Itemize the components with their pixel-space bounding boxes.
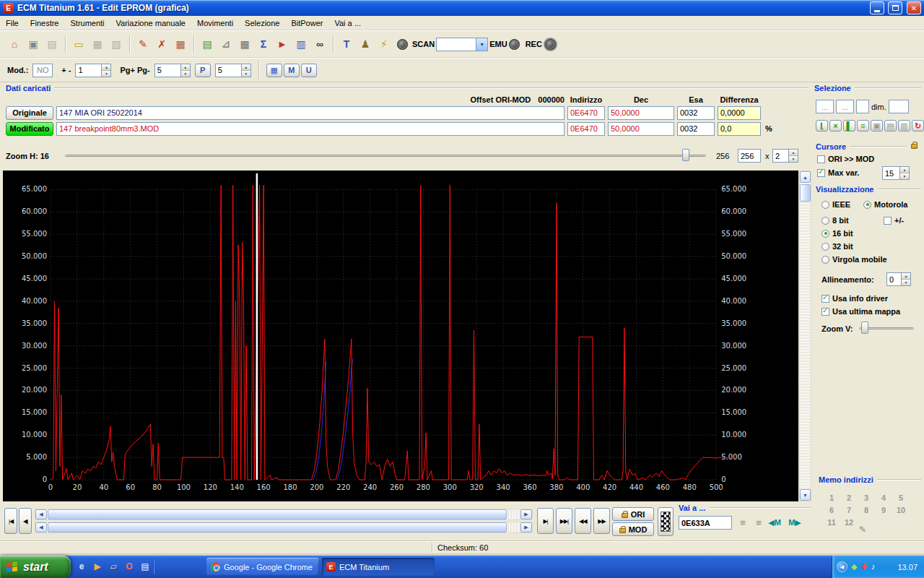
ori-indirizzo-field[interactable]: 0E6470 xyxy=(567,106,605,120)
calculator-icon[interactable]: ▦ xyxy=(236,35,253,53)
matrix-button[interactable]: ▦ xyxy=(266,64,282,77)
refresh-selection-icon[interactable]: ↻ xyxy=(912,120,924,131)
radio-virgola-mobile[interactable]: Virgola mobile xyxy=(821,255,887,264)
p-button[interactable]: P xyxy=(195,64,211,77)
goto-address-field[interactable]: 0E633A xyxy=(679,516,732,530)
paste-icon[interactable]: ▤ xyxy=(43,35,61,53)
ori-button[interactable]: ORI xyxy=(612,507,654,521)
menu-item[interactable]: BitPower xyxy=(285,16,328,30)
memo-slot[interactable]: 11 xyxy=(823,516,840,528)
selection-dim-field[interactable] xyxy=(889,100,909,113)
scroll-down-icon[interactable]: ▼ xyxy=(800,489,811,501)
goto-prev-memo-icon[interactable]: ◀M xyxy=(767,516,783,529)
radio-motorola[interactable]: Motorola xyxy=(863,200,907,209)
hscroll-thumb[interactable] xyxy=(48,509,507,519)
pg-stepper[interactable]: 5 ▲▼ xyxy=(154,64,191,77)
memo-slot[interactable]: 9 xyxy=(875,504,892,516)
selection-from-field[interactable]: ... xyxy=(816,100,834,113)
radio-16bit[interactable]: 16 bit xyxy=(821,229,853,238)
menu-item[interactable]: File xyxy=(0,16,25,30)
graph-vscrollbar[interactable]: ▲ ▼ xyxy=(799,171,811,501)
runner-icon[interactable]: ⚡ xyxy=(375,35,393,53)
menu-item[interactable]: Variazione manuale xyxy=(110,16,191,30)
task-ecm-titanium[interactable]: E ECM Titanium xyxy=(322,558,435,576)
zoom-v-slider[interactable] xyxy=(859,322,914,335)
plusminus-checkbox[interactable]: +/- xyxy=(884,216,904,225)
memo-slot[interactable]: 12 xyxy=(840,516,858,528)
checksum-remove-icon[interactable]: ✗ xyxy=(153,35,170,53)
radio-virgola-dot[interactable] xyxy=(821,256,829,264)
step-stepper[interactable]: 1 ▲▼ xyxy=(75,64,111,77)
vscroll-thumb[interactable] xyxy=(800,184,811,202)
task-google-chrome[interactable]: Google - Google Chrome xyxy=(206,558,319,576)
selection-to-field[interactable]: ... xyxy=(836,100,854,113)
modificato-button[interactable]: Modificato xyxy=(6,122,53,136)
ie-icon[interactable]: e xyxy=(75,560,88,573)
table-view-icon[interactable]: ▥ xyxy=(292,35,310,53)
radio-ieee[interactable]: IEEE xyxy=(821,200,850,209)
minimize-button[interactable] xyxy=(870,1,884,14)
media-player-icon[interactable]: ▶ xyxy=(91,560,104,573)
memo-slot[interactable]: 6 xyxy=(823,504,840,516)
volume-icon[interactable]: ♪ xyxy=(871,563,876,571)
scroll-left-icon[interactable]: ◀ xyxy=(35,522,47,532)
chevron-down-icon[interactable]: ▼ xyxy=(476,38,488,51)
menu-item[interactable]: Movimenti xyxy=(191,16,239,30)
scan-knob-icon[interactable] xyxy=(397,39,408,50)
max-var-checkbox[interactable]: Max var. xyxy=(817,168,859,177)
hscroll-thumb[interactable] xyxy=(48,522,507,532)
red-cursor-icon[interactable]: ► xyxy=(274,35,291,53)
usa-ultima-mappa-checkbox[interactable]: Usa ultima mappa xyxy=(821,307,900,316)
nav-next-button[interactable]: ▶| xyxy=(537,508,554,534)
memo-slot[interactable]: 4 xyxy=(875,491,892,504)
radio-16bit-dot[interactable] xyxy=(821,230,829,238)
mod-button[interactable]: MOD xyxy=(612,522,654,536)
checksum-edit-icon[interactable]: ✎ xyxy=(134,35,152,53)
radio-motorola-dot[interactable] xyxy=(863,201,871,209)
menu-item[interactable]: Selezione xyxy=(239,16,285,30)
menu-item[interactable]: Vai a ... xyxy=(328,16,366,30)
memo-slot[interactable]: 7 xyxy=(840,504,858,516)
usa-ultima-mappa-box[interactable] xyxy=(821,308,829,316)
save-as-icon[interactable]: ▧ xyxy=(108,35,125,53)
ori-to-mod-checkbox[interactable]: ORI >> MOD xyxy=(817,155,874,163)
scroll-right-icon[interactable]: ▶ xyxy=(520,522,532,532)
originale-button[interactable]: Originale xyxy=(6,106,53,120)
mod-esa-field[interactable]: 0032 xyxy=(677,122,715,136)
memo-edit-icon[interactable]: ✎ xyxy=(859,525,866,535)
originale-file-field[interactable]: 147 MIA ORI 25022014 xyxy=(56,106,565,120)
nav-first-button[interactable]: |◀ xyxy=(4,508,17,534)
start-button[interactable]: start xyxy=(0,556,71,578)
select-rows-icon[interactable]: ≡ xyxy=(857,120,869,131)
binoculars-icon[interactable]: ∞ xyxy=(311,35,328,53)
ori-to-mod-checkbox-box[interactable] xyxy=(817,155,825,163)
zoom-v-slider-thumb[interactable] xyxy=(861,322,868,334)
nav-last-button[interactable]: ▶▶| xyxy=(556,508,572,534)
rec-knob-button[interactable] xyxy=(545,39,556,50)
opera-icon[interactable]: O xyxy=(123,560,136,573)
driver-list-icon[interactable]: ▤ xyxy=(199,35,216,53)
memo-slot[interactable]: 5 xyxy=(892,491,910,504)
open-file-icon[interactable]: ▭ xyxy=(70,35,87,53)
ori-esa-field[interactable]: 0032 xyxy=(677,106,715,120)
mod-dec-field[interactable]: 50,0000 xyxy=(608,122,674,136)
graph-hscrollbar-ori[interactable]: ◀ ▶ xyxy=(35,509,533,520)
clear-selection-icon[interactable]: ▥ xyxy=(898,120,910,131)
m-button[interactable]: M xyxy=(284,64,300,77)
notepad-icon[interactable]: ▤ xyxy=(139,560,152,573)
memo-slot[interactable]: 8 xyxy=(858,504,875,516)
close-button[interactable]: ✕ xyxy=(907,1,921,14)
save-icon[interactable]: ▦ xyxy=(89,35,106,53)
user-lock-icon[interactable]: ♟ xyxy=(357,35,374,53)
sum-icon[interactable]: Σ xyxy=(255,35,272,53)
memo-recall-icon[interactable]: ≡ xyxy=(752,516,765,529)
zoom-h-slider-thumb[interactable] xyxy=(682,149,689,161)
table-mode-icon[interactable]: T xyxy=(338,35,355,53)
radio-8bit[interactable]: 8 bit xyxy=(821,216,849,225)
memo-slot[interactable]: 10 xyxy=(892,504,910,516)
memo-slot[interactable]: 3 xyxy=(858,491,875,504)
goto-next-memo-icon[interactable]: M▶ xyxy=(787,516,803,529)
graph-hscrollbar-mod[interactable]: ◀ ▶ xyxy=(35,522,533,533)
ruler-icon[interactable]: ⊿ xyxy=(217,35,235,53)
max-var-checkbox-box[interactable] xyxy=(817,169,825,177)
